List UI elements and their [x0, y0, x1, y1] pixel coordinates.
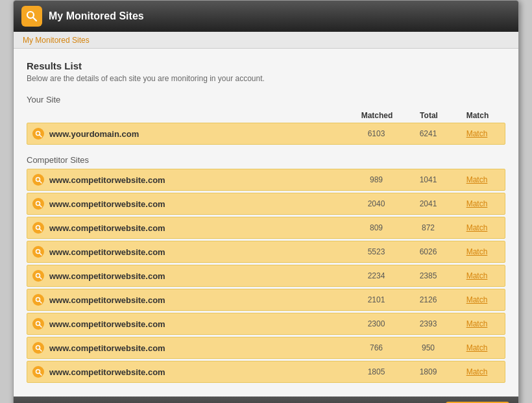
competitor-row: www.competitorwebsite.com 2300 2393 Matc…	[27, 313, 505, 335]
competitor-row: www.competitorwebsite.com 2101 2126 Matc…	[27, 289, 505, 311]
svg-line-17	[39, 324, 41, 326]
competitor-name-3: www.competitorwebsite.com	[49, 247, 350, 257]
results-title: Results List	[27, 60, 505, 71]
col-matched-header: Matched	[351, 111, 403, 120]
competitor-row: www.competitorwebsite.com 1805 1809 Matc…	[27, 361, 505, 383]
competitor-match-link-7[interactable]: Match	[454, 343, 500, 352]
titlebar-title: My Monitored Sites	[49, 10, 144, 22]
breadcrumb-link[interactable]: My Monitored Sites	[23, 36, 90, 45]
competitor-icon-0	[32, 174, 44, 186]
your-site-row: www.yourdomain.com 6103 6241 Match	[27, 123, 505, 145]
competitor-total-0: 1041	[402, 175, 454, 184]
titlebar: My Monitored Sites	[14, 1, 518, 32]
competitor-matched-0: 989	[350, 175, 402, 184]
competitor-icon-3	[32, 246, 44, 258]
svg-line-21	[39, 372, 41, 374]
svg-line-5	[39, 180, 41, 182]
competitor-matched-8: 1805	[350, 367, 402, 376]
competitor-match-link-4[interactable]: Match	[454, 271, 500, 280]
competitor-name-0: www.competitorwebsite.com	[49, 175, 350, 185]
col-total-header: Total	[403, 111, 455, 120]
svg-line-7	[39, 204, 41, 206]
breadcrumb-bar: My Monitored Sites	[14, 32, 518, 49]
competitor-section: Competitor Sites www.competitorwebsite.c…	[27, 155, 505, 383]
your-site-match-link[interactable]: Match	[454, 129, 500, 138]
competitor-label: Competitor Sites	[27, 155, 505, 165]
competitor-total-5: 2126	[402, 295, 454, 304]
titlebar-icon	[21, 6, 42, 27]
competitor-name-1: www.competitorwebsite.com	[49, 199, 350, 209]
competitor-matched-1: 2040	[350, 199, 402, 208]
svg-line-15	[39, 300, 41, 302]
svg-line-13	[39, 276, 41, 278]
competitor-icon-7	[32, 342, 44, 354]
competitor-matched-2: 809	[350, 223, 402, 232]
competitor-row: www.competitorwebsite.com 809 872 Match	[27, 217, 505, 239]
competitor-row: www.competitorwebsite.com 766 950 Match	[27, 337, 505, 359]
competitor-icon-5	[32, 294, 44, 306]
svg-line-11	[39, 252, 41, 254]
your-site-matched: 6103	[350, 129, 402, 138]
competitor-matched-3: 5523	[350, 247, 402, 256]
competitor-match-link-2[interactable]: Match	[454, 223, 500, 232]
competitor-name-7: www.competitorwebsite.com	[49, 343, 350, 353]
main-window: My Monitored Sites My Monitored Sites Re…	[13, 0, 519, 403]
your-site-icon	[32, 128, 44, 140]
your-site-name: www.yourdomain.com	[49, 129, 350, 139]
results-subtitle: Below are the details of each site you a…	[27, 74, 505, 83]
svg-line-1	[33, 18, 36, 21]
competitor-total-1: 2041	[402, 199, 454, 208]
svg-line-3	[39, 134, 41, 136]
your-site-label: Your Site	[27, 95, 505, 104]
competitor-icon-2	[32, 222, 44, 234]
competitor-matched-7: 766	[350, 343, 402, 352]
competitor-total-2: 872	[402, 223, 454, 232]
competitor-name-2: www.competitorwebsite.com	[49, 223, 350, 233]
competitor-match-link-1[interactable]: Match	[454, 199, 500, 208]
competitor-rows-container: www.competitorwebsite.com 989 1041 Match…	[27, 169, 505, 383]
column-headers: Matched Total Match	[27, 108, 505, 123]
competitor-matched-4: 2234	[350, 271, 402, 280]
competitor-total-7: 950	[402, 343, 454, 352]
competitor-icon-1	[32, 198, 44, 210]
competitor-total-6: 2393	[402, 319, 454, 328]
competitor-row: www.competitorwebsite.com 5523 6026 Matc…	[27, 241, 505, 263]
competitor-row: www.competitorwebsite.com 2234 2385 Matc…	[27, 265, 505, 287]
competitor-icon-4	[32, 270, 44, 282]
competitor-total-8: 1809	[402, 367, 454, 376]
col-match-header: Match	[455, 111, 500, 120]
competitor-name-6: www.competitorwebsite.com	[49, 319, 350, 329]
competitor-match-link-5[interactable]: Match	[454, 295, 500, 304]
competitor-name-8: www.competitorwebsite.com	[49, 367, 350, 377]
competitor-name-4: www.competitorwebsite.com	[49, 271, 350, 281]
competitor-icon-6	[32, 318, 44, 330]
competitor-total-4: 2385	[402, 271, 454, 280]
competitor-icon-8	[32, 366, 44, 378]
footer-bar: 🔒 Logout	[14, 397, 518, 403]
your-site-total: 6241	[402, 129, 454, 138]
competitor-total-3: 6026	[402, 247, 454, 256]
competitor-match-link-6[interactable]: Match	[454, 319, 500, 328]
content-area: Results List Below are the details of ea…	[14, 49, 518, 397]
competitor-matched-5: 2101	[350, 295, 402, 304]
svg-line-9	[39, 228, 41, 230]
your-site-section: Your Site Matched Total Match www.yourdo…	[27, 95, 505, 145]
competitor-match-link-0[interactable]: Match	[454, 175, 500, 184]
competitor-row: www.competitorwebsite.com 989 1041 Match	[27, 169, 505, 191]
competitor-match-link-3[interactable]: Match	[454, 247, 500, 256]
competitor-name-5: www.competitorwebsite.com	[49, 295, 350, 305]
competitor-match-link-8[interactable]: Match	[454, 367, 500, 376]
competitor-row: www.competitorwebsite.com 2040 2041 Matc…	[27, 193, 505, 215]
svg-line-19	[39, 348, 41, 350]
competitor-matched-6: 2300	[350, 319, 402, 328]
